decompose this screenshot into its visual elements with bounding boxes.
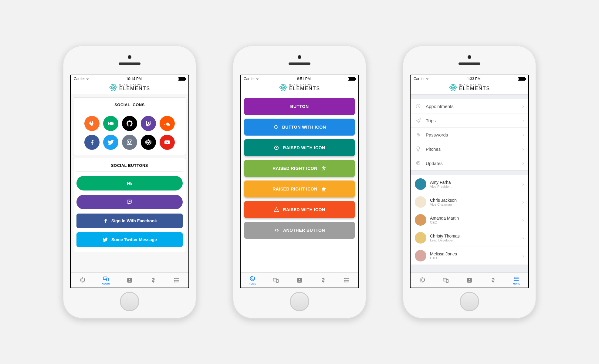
button-label: BUTTON WITH ICON bbox=[282, 125, 326, 130]
status-bar: Carrierᯤ 1:33 PM bbox=[411, 75, 528, 83]
tab-home[interactable] bbox=[411, 273, 434, 288]
social-icons-title: SOCIAL ICONS bbox=[76, 101, 183, 111]
tab-about[interactable] bbox=[264, 273, 288, 288]
chevron-right-icon: › bbox=[522, 146, 524, 152]
button-another-button[interactable]: ANOTHER BUTTON bbox=[244, 222, 355, 239]
chevron-right-icon: › bbox=[522, 199, 524, 205]
avatar bbox=[415, 250, 426, 261]
tab-pricing[interactable] bbox=[141, 273, 165, 288]
chevron-right-icon: › bbox=[522, 235, 524, 241]
chevron-right-icon: › bbox=[522, 181, 524, 187]
tab-contact[interactable] bbox=[288, 273, 311, 288]
medium-icon[interactable] bbox=[103, 116, 118, 131]
twitch-icon[interactable] bbox=[141, 116, 156, 131]
social-button-facebook[interactable]: Sign In With Facebook bbox=[76, 214, 183, 228]
bulb-icon bbox=[415, 146, 421, 152]
button-raised-right-icon[interactable]: RAISED RIGHT ICON bbox=[244, 180, 355, 197]
twitter-icon[interactable] bbox=[103, 135, 118, 150]
list-item-label: Pitches bbox=[426, 147, 518, 152]
person-role: CTO bbox=[430, 256, 519, 260]
tab-home[interactable]: HOME bbox=[241, 273, 264, 288]
tab-more[interactable]: MORE bbox=[505, 273, 528, 288]
atom-logo-icon bbox=[449, 83, 457, 92]
button-label: BUTTON bbox=[290, 104, 309, 109]
wifi-icon: ᯤ bbox=[256, 77, 260, 81]
person-row[interactable]: Chris JacksonVice Chairman› bbox=[411, 193, 528, 211]
list-item-appointments[interactable]: Appointments› bbox=[411, 99, 528, 113]
person-row[interactable]: Christy ThomasLead Developer› bbox=[411, 229, 528, 247]
brand-bottom: ELEMENTS bbox=[459, 86, 490, 91]
phone-camera bbox=[468, 55, 471, 59]
list-item-updates[interactable]: Updates› bbox=[411, 156, 528, 170]
social-button-label: Sign In With Facebook bbox=[111, 218, 157, 223]
social-button-medium[interactable] bbox=[76, 176, 183, 190]
person-role: CEO bbox=[430, 221, 519, 224]
phone-camera bbox=[128, 55, 131, 59]
social-button-twitch[interactable] bbox=[76, 195, 183, 209]
atom-logo-icon bbox=[109, 83, 117, 92]
list-item-label: Appointments bbox=[426, 104, 518, 109]
social-button-twitter[interactable]: Some Twitter Message bbox=[76, 232, 183, 247]
person-name: Amanda Martin bbox=[430, 216, 519, 221]
chevron-right-icon: › bbox=[522, 103, 524, 110]
tab-about[interactable]: ABOUT bbox=[94, 273, 118, 288]
chevron-right-icon: › bbox=[522, 217, 524, 223]
github-icon[interactable] bbox=[122, 116, 137, 131]
phone-mockup-3: Carrierᯤ 1:33 PM REACTNATIVEELEMENTS App… bbox=[403, 46, 536, 318]
button-label: RAISED RIGHT ICON bbox=[272, 166, 317, 171]
list-item-trips[interactable]: Trips› bbox=[411, 113, 528, 128]
plane-icon bbox=[415, 117, 421, 124]
button-button[interactable]: BUTTON bbox=[244, 98, 355, 115]
tab-about[interactable] bbox=[434, 273, 458, 288]
list-item-pitches[interactable]: Pitches› bbox=[411, 142, 528, 156]
phone-camera bbox=[298, 55, 301, 59]
battery-icon bbox=[348, 77, 355, 81]
avatar bbox=[415, 178, 426, 190]
carrier-label: Carrier bbox=[244, 77, 255, 81]
tab-contact[interactable] bbox=[118, 273, 141, 288]
button-button-with-icon[interactable]: BUTTON WITH ICON bbox=[244, 119, 355, 136]
codepen-icon[interactable] bbox=[141, 135, 156, 150]
app-header: REACTNATIVEELEMENTS bbox=[71, 83, 188, 94]
screen-3: Carrierᯤ 1:33 PM REACTNATIVEELEMENTS App… bbox=[410, 75, 529, 288]
tab-more[interactable] bbox=[335, 273, 358, 288]
avatar bbox=[415, 232, 426, 244]
soundcloud-icon[interactable] bbox=[160, 116, 175, 131]
tab-pricing[interactable] bbox=[481, 273, 505, 288]
home-button[interactable] bbox=[120, 292, 139, 311]
youtube-icon[interactable] bbox=[160, 135, 175, 150]
person-row[interactable]: Amy FarhaVice President› bbox=[411, 175, 528, 193]
facebook-icon[interactable] bbox=[84, 135, 100, 150]
chevron-right-icon: › bbox=[522, 160, 524, 167]
person-row[interactable]: Amanda MartinCEO› bbox=[411, 211, 528, 229]
tab-label: HOME bbox=[249, 282, 256, 285]
instagram-icon[interactable] bbox=[122, 135, 137, 150]
tab-pricing[interactable] bbox=[311, 273, 335, 288]
home-button[interactable] bbox=[460, 292, 479, 311]
atom-logo-icon bbox=[279, 83, 287, 92]
phone-speaker bbox=[289, 62, 310, 65]
button-raised-with-icon[interactable]: RAISED WITH ICON bbox=[244, 139, 355, 156]
content-3: Appointments›Trips›Passwords›Pitches›Upd… bbox=[411, 94, 528, 272]
tab-contact[interactable] bbox=[458, 273, 481, 288]
person-name: Christy Thomas bbox=[430, 234, 519, 238]
battery-icon bbox=[518, 77, 525, 81]
status-time: 8:51 PM bbox=[297, 77, 311, 81]
tab-more[interactable] bbox=[165, 273, 188, 288]
person-role: Vice President bbox=[430, 185, 519, 188]
chevron-right-icon: › bbox=[522, 132, 524, 138]
avatar bbox=[415, 214, 426, 226]
social-buttons-title: SOCIAL BUTTONS bbox=[76, 161, 183, 172]
button-raised-right-icon[interactable]: RAISED RIGHT ICON bbox=[244, 160, 355, 177]
list-item-label: Passwords bbox=[426, 132, 518, 137]
content-2: BUTTONBUTTON WITH ICONRAISED WITH ICONRA… bbox=[241, 94, 358, 272]
list-item-label: Updates bbox=[426, 161, 518, 166]
home-button[interactable] bbox=[290, 292, 309, 311]
gitlab-icon[interactable] bbox=[84, 116, 100, 131]
list-separator bbox=[411, 94, 528, 99]
button-raised-with-icon[interactable]: RAISED WITH ICON bbox=[244, 201, 355, 218]
avatar bbox=[415, 196, 426, 208]
person-row[interactable]: Melissa JonesCTO› bbox=[411, 247, 528, 265]
tab-home[interactable] bbox=[71, 273, 94, 288]
list-item-passwords[interactable]: Passwords› bbox=[411, 128, 528, 142]
